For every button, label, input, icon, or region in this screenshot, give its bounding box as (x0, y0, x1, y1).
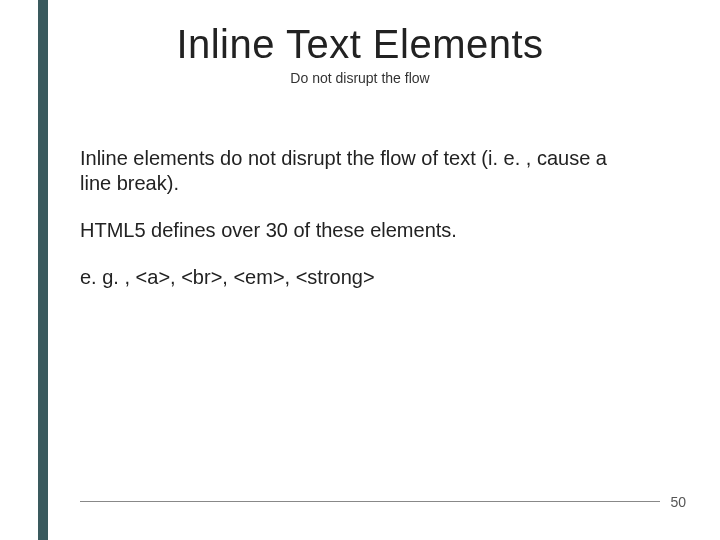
page-number: 50 (666, 494, 690, 510)
slide-subtitle: Do not disrupt the flow (0, 70, 720, 86)
body-paragraph: e. g. , <a>, <br>, <em>, <strong> (80, 265, 640, 290)
slide-body: Inline elements do not disrupt the flow … (80, 146, 640, 312)
footer-divider (80, 501, 660, 502)
body-paragraph: HTML5 defines over 30 of these elements. (80, 218, 640, 243)
slide-title: Inline Text Elements (0, 22, 720, 67)
slide: Inline Text Elements Do not disrupt the … (0, 0, 720, 540)
body-paragraph: Inline elements do not disrupt the flow … (80, 146, 640, 196)
